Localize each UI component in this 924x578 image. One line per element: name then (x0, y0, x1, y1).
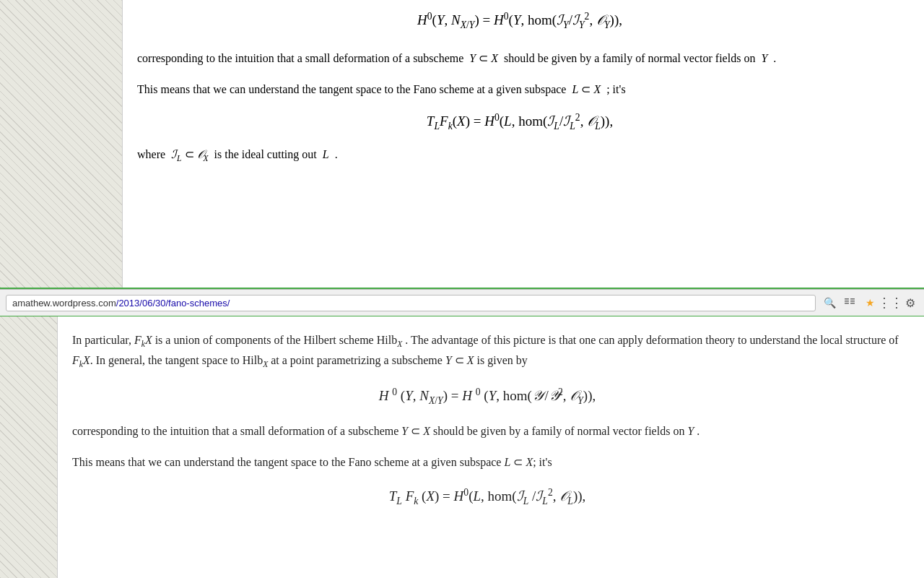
top-para2: This means that we can understand the ta… (137, 80, 902, 99)
top-sidebar (0, 0, 123, 288)
bookmark-star-icon[interactable]: ★ (862, 295, 878, 311)
svg-rect-3 (850, 298, 855, 300)
top-para3: where ℐL ⊂ 𝒪X is the ideal cutting out L… (137, 145, 902, 165)
browser-window: H0(Y, NX/Y) = H0(Y, hom(ℐY/ℐY2, 𝒪Y)), co… (0, 0, 924, 578)
bottom-sidebar (0, 316, 58, 578)
top-para1: corresponding to the intuition that a sm… (137, 49, 902, 68)
address-bar: amathew.wordpress.com/2013/06/30/fano-sc… (0, 289, 924, 316)
reader-icon[interactable] (842, 295, 858, 311)
url-path: /2013/06/30/fano-schemes/ (116, 298, 230, 309)
bottom-para2: corresponding to the intuition that a sm… (72, 422, 902, 441)
url-base: amathew.wordpress.com (12, 298, 116, 309)
formula-bottom-1: H 0 (Y, NX/Y) = H 0 (Y, hom(𝒴 /𝒴2, 𝒪Y)), (72, 384, 902, 409)
bottom-article: In particular, FkX is a union of compone… (58, 316, 924, 578)
bottom-para1: In particular, FkX is a union of compone… (72, 331, 902, 371)
menu-icon[interactable]: ⋮⋮ (882, 295, 898, 311)
svg-rect-5 (850, 303, 855, 304)
formula-top: H0(Y, NX/Y) = H0(Y, hom(ℐY/ℐY2, 𝒪Y)), (137, 11, 902, 31)
bottom-para3: This means that we can understand the ta… (72, 453, 902, 472)
svg-rect-2 (845, 303, 849, 304)
formula-bottom-2: TL Fk (X) = H0(L, hom(ℐL /ℐL2, 𝒪L)), (72, 485, 902, 509)
bottom-pane: In particular, FkX is a union of compone… (0, 316, 924, 578)
top-article: H0(Y, NX/Y) = H0(Y, hom(ℐY/ℐY2, 𝒪Y)), co… (123, 0, 924, 288)
formula-tangent-top: TLFk(X) = H0(L, hom(ℐL/ℐL2, 𝒪L)), (137, 112, 902, 132)
address-icons: 🔍 ★ ⋮⋮ ⚙ (819, 295, 918, 311)
svg-rect-0 (845, 298, 849, 300)
url-bar[interactable]: amathew.wordpress.com/2013/06/30/fano-sc… (6, 295, 816, 311)
search-icon[interactable]: 🔍 (821, 295, 837, 311)
svg-rect-1 (845, 301, 849, 302)
settings-icon[interactable]: ⚙ (902, 295, 918, 311)
svg-rect-4 (850, 301, 855, 302)
top-pane: H0(Y, NX/Y) = H0(Y, hom(ℐY/ℐY2, 𝒪Y)), co… (0, 0, 924, 289)
